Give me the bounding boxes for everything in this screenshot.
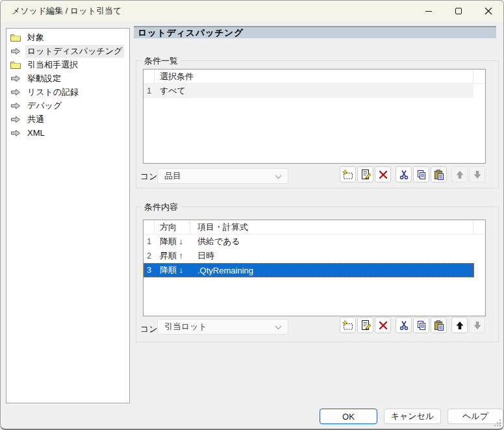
condition-list-toolbar (340, 166, 485, 183)
condition-list-table: 選択条件 1 すべて (143, 69, 486, 164)
new-button[interactable] (340, 166, 356, 183)
tree-item-label: リストの記録 (25, 86, 81, 99)
arrow-down-icon (473, 170, 482, 179)
condition-detail-table: 方向 項目・計算式 1 降順 ↓ 供給である 2 昇順 ↑ 日時 3 降順 ↓ … (143, 220, 486, 316)
arrow-up-icon (455, 170, 464, 179)
paste-button[interactable] (431, 166, 447, 183)
tree-item-label: 共通 (25, 113, 46, 126)
title-bar: メソッド編集 / ロット引当て (1, 1, 503, 21)
row-number: 1 (144, 234, 155, 249)
group-title: 条件内容 (142, 201, 181, 213)
cancel-button[interactable]: キャンセル (384, 409, 441, 424)
tree-item-common[interactable]: 共通 (6, 112, 129, 126)
arrow-icon (10, 88, 21, 97)
maximize-button[interactable] (444, 1, 473, 21)
copy-button[interactable] (413, 317, 429, 333)
close-button[interactable] (473, 1, 503, 21)
paste-button[interactable] (431, 317, 447, 333)
folder-icon (10, 33, 21, 42)
move-down-button[interactable] (469, 317, 485, 333)
context-dropdown-item[interactable]: 品目 (157, 168, 288, 184)
tree-item-label: デバッグ (25, 99, 64, 112)
expression-cell: .QtyRemaining (190, 266, 473, 275)
edit-button[interactable] (357, 166, 373, 183)
chevron-down-icon (275, 175, 282, 179)
resize-grip[interactable] (494, 420, 501, 427)
row-number: 3 (144, 263, 155, 277)
row-number-header (144, 70, 155, 83)
tree-item-label: 挙動設定 (25, 72, 63, 85)
chevron-down-icon (275, 325, 282, 330)
column-header-direction: 方向 (155, 220, 190, 234)
tree-item-target[interactable]: 対象 (6, 31, 129, 44)
arrow-icon (10, 129, 21, 138)
maximize-icon (455, 8, 462, 14)
category-tree: 対象 ロットディスパッチング 引当相手選択 挙動設定 リストの記録 デバッグ 共… (6, 28, 130, 403)
arrow-icon (10, 115, 21, 124)
table-header-row: 方向 項目・計算式 (144, 220, 485, 234)
table-row[interactable]: 1 降順 ↓ 供給である (144, 234, 474, 249)
tree-item-label: 対象 (25, 31, 46, 44)
context-value: 引当ロット (164, 321, 207, 333)
window-title: メソッド編集 / ロット引当て (1, 5, 121, 17)
arrow-up-icon (455, 321, 464, 330)
move-up-button[interactable] (451, 317, 468, 333)
tree-item-debug[interactable]: デバッグ (6, 99, 129, 112)
delete-button[interactable] (375, 166, 391, 183)
table-row[interactable]: 1 すべて (144, 84, 473, 98)
new-icon (342, 320, 353, 331)
arrow-icon (10, 101, 21, 110)
window-controls (414, 1, 503, 21)
row-number: 2 (144, 249, 155, 263)
direction-cell: 降順 ↓ (155, 236, 190, 247)
edit-icon (360, 320, 371, 331)
edit-button[interactable] (357, 317, 373, 333)
move-up-button[interactable] (451, 166, 468, 183)
tree-item-label: 引当相手選択 (25, 58, 80, 71)
tree-item-lot-dispatching[interactable]: ロットディスパッチング (6, 44, 129, 58)
tree-item-xml[interactable]: XML (6, 126, 129, 140)
paste-icon (434, 170, 444, 180)
table-row[interactable]: 2 昇順 ↑ 日時 (144, 249, 474, 263)
folder-icon (10, 60, 21, 70)
context-dropdown-lot[interactable]: 引当ロット (157, 319, 288, 335)
row-number: 1 (144, 84, 155, 98)
expression-cell: 日時 (190, 250, 473, 262)
tree-item-behavior-settings[interactable]: 挙動設定 (6, 71, 129, 85)
copy-icon (416, 170, 427, 180)
page-title: ロットディスパッチング (134, 26, 496, 38)
tree-item-label: ロットディスパッチング (25, 45, 124, 58)
arrow-icon (10, 74, 21, 83)
copy-button[interactable] (413, 166, 429, 183)
edit-icon (360, 170, 371, 180)
copy-icon (416, 320, 427, 331)
condition-detail-toolbar (340, 317, 485, 333)
direction-cell: 降順 ↓ (155, 264, 190, 276)
tree-item-allocation-partner[interactable]: 引当相手選択 (6, 58, 129, 71)
cut-icon (399, 320, 409, 331)
minimize-icon (425, 11, 432, 12)
close-icon (485, 7, 492, 15)
delete-button[interactable] (375, 317, 391, 333)
expression-cell: 供給である (190, 236, 473, 247)
ok-button[interactable]: OK (320, 409, 377, 424)
tree-item-label: XML (25, 127, 47, 138)
minimize-button[interactable] (414, 1, 444, 21)
direction-cell: 昇順 ↑ (155, 250, 190, 262)
arrow-down-icon (473, 321, 482, 330)
new-button[interactable] (340, 317, 356, 333)
group-title: 条件一覧 (142, 55, 181, 67)
move-down-button[interactable] (469, 166, 485, 183)
table-row-selected[interactable]: 3 降順 ↓ .QtyRemaining (144, 263, 474, 277)
dialog-window: メソッド編集 / ロット引当て 対象 ロットディスパッチング 引当相手選択 挙動… (0, 0, 504, 430)
arrow-icon (10, 47, 21, 56)
context-value: 品目 (164, 170, 181, 182)
tree-item-list-record[interactable]: リストの記録 (6, 85, 129, 99)
column-header-selection: 選択条件 (155, 70, 473, 83)
column-header-expression: 項目・計算式 (190, 220, 473, 234)
delete-icon (378, 320, 388, 331)
paste-icon (434, 320, 444, 331)
cut-button[interactable] (396, 317, 412, 333)
cut-icon (399, 170, 409, 180)
cut-button[interactable] (396, 166, 412, 183)
